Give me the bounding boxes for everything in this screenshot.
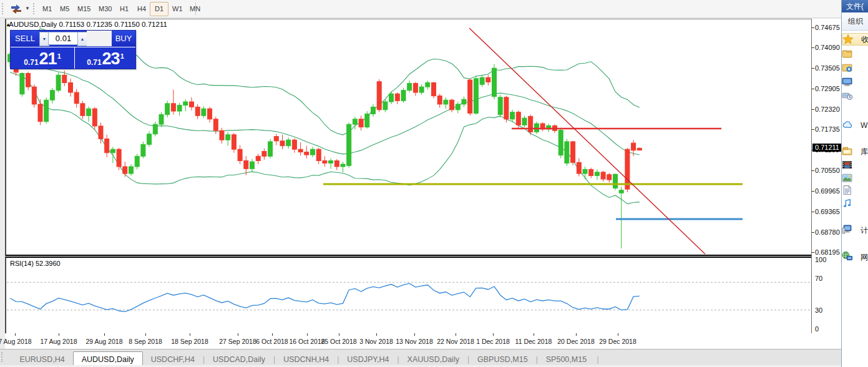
timeframe-button-h1[interactable]: H1 [115,2,134,16]
candle-body [32,87,36,104]
candle-body [444,100,448,104]
explorer-item-music[interactable] [842,198,868,210]
candle-body [244,161,248,169]
top-toolbar: ▼ M1M5M15M30H1H4D1W1MN [0,0,841,18]
timeframe-button-m1[interactable]: M1 [37,2,57,16]
rsi-line [10,283,640,311]
timeframe-button-m30[interactable]: M30 [94,2,117,16]
recent-places-icon [847,91,858,102]
explorer-item-recent-places[interactable] [842,90,868,102]
price-axis-label: 0.69965 [815,187,840,195]
timeframe-button-h4[interactable]: H4 [132,2,151,16]
candle-body [153,124,157,134]
candle-body [601,172,605,179]
date-axis-label: 3 Nov 2018 [359,338,393,345]
toolbar-grip[interactable] [2,3,5,14]
candle-body [292,140,296,149]
candle-body [92,109,97,126]
chart-shift-arrows-icon[interactable] [9,2,24,15]
candle-body [117,149,121,167]
timeframe-button-m15[interactable]: M15 [72,2,95,16]
main-chart-pane[interactable]: ▲ AUDUSD,Daily 0.71153 0.71235 0.71150 0… [5,19,812,256]
explorer-item-document[interactable] [842,185,868,197]
timeframe-button-m5[interactable]: M5 [55,2,74,16]
candle-body [99,126,103,139]
date-axis-label: 17 Aug 2018 [41,338,77,345]
explorer-item-picture[interactable] [842,172,868,185]
explorer-organize-button[interactable]: 组织 [842,12,868,31]
candle-body [62,75,67,82]
candle-body [323,161,327,164]
candle-body [529,116,533,132]
tabs-grip[interactable] [1,352,6,362]
candle-body [226,135,230,140]
candle-body [426,83,430,87]
explorer-item-desktop[interactable] [842,76,868,89]
candle-body [202,109,206,115]
buy-price-display[interactable]: 0.71 23 1 [76,47,135,69]
candle-body [510,112,515,119]
candle-body [341,164,345,167]
date-axis-label: 29 Dec 2018 [599,338,636,345]
rsi-axis-label: 100 [815,256,826,263]
candle-body [135,156,139,167]
explorer-item-folder-download[interactable] [842,62,868,74]
candle-body [456,104,460,110]
date-axis[interactable]: 7 Aug 201817 Aug 201829 Aug 20188 Sep 20… [5,333,841,349]
explorer-item-star[interactable]: 收 [842,33,868,46]
explorer-item-library-folder[interactable]: 库 [842,145,868,158]
date-axis-label: 22 Nov 2018 [437,338,474,345]
library-folder-icon [847,147,858,157]
candle-body [20,74,24,94]
candle-body [377,82,381,110]
sell-button[interactable]: SELL [11,31,39,46]
candle-body [274,137,278,141]
video-icon [847,160,858,171]
candle-body [129,167,134,174]
candle-body [462,99,466,104]
explorer-item-label: 收 [861,34,868,45]
toolbar-grip2[interactable] [33,3,36,14]
candle-body [468,80,472,113]
music-icon [847,199,858,210]
candle-body [432,83,436,96]
explorer-menu-file[interactable]: 文件( [842,0,868,12]
explorer-item-video[interactable] [842,159,868,172]
explorer-item-folder[interactable] [842,48,868,61]
candle-body [56,75,61,90]
price-axis[interactable]: 0.746750.740900.735050.729050.723200.717… [811,19,842,333]
rsi-indicator-pane[interactable]: RSI(14) 52.3960 [5,257,812,335]
lot-size-field[interactable]: 0.01 [48,32,79,45]
candle-body [268,142,273,156]
timeframe-button-d1[interactable]: D1 [150,2,168,16]
descending-trendline-red[interactable] [469,28,705,254]
candle-body [171,104,175,111]
sell-price-prefix: 0.71 [24,58,38,67]
tab-separator: | [595,355,598,364]
candle-body [159,115,163,125]
candle-body [589,169,593,175]
candle-body [250,162,255,169]
candle-body [208,109,212,119]
candle-body [437,96,442,104]
explorer-item-computer[interactable]: 计 [842,224,868,237]
buy-button[interactable]: BUY [112,31,135,46]
candle-body [395,94,399,100]
candle-body [69,83,73,93]
price-axis-label: 0.68195 [815,248,840,256]
candle-body [565,142,569,163]
lot-increase-button[interactable]: ▲ [77,32,87,46]
candle-body [492,68,497,97]
explorer-item-cloud[interactable]: W [842,119,868,132]
dropdown-caret-icon[interactable]: ▼ [25,6,30,11]
explorer-item-network[interactable]: 网 [842,251,868,263]
computer-icon [847,225,858,236]
date-axis-label: 18 Sep 2018 [171,338,208,345]
sell-price-display[interactable]: 0.71 21 1 [11,47,75,69]
candle-body [613,174,618,188]
candle-body [365,114,369,127]
candle-body [450,100,454,110]
candle-body [607,175,612,180]
one-click-trade-panel: SELL ▼ 0.01 ▲ BUY 0.71 21 1 0.71 23 1 [10,30,136,69]
rsi-chart[interactable] [6,258,812,334]
